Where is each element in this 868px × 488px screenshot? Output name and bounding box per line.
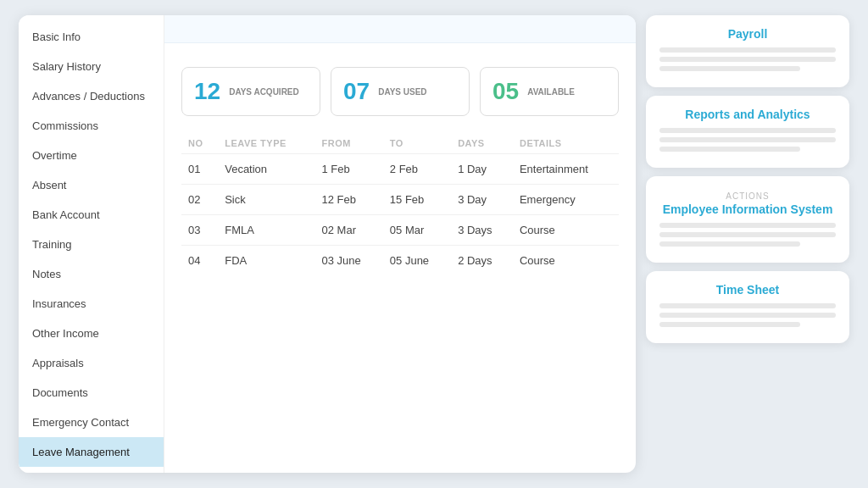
stat-box: 05AVAILABLE (480, 67, 619, 116)
sidebar-item-basic-info[interactable]: Basic Info (19, 22, 164, 52)
sidebar-item-training[interactable]: Training (19, 230, 164, 259)
action-card-line (659, 241, 800, 247)
left-card: Basic InfoSalary HistoryAdvances / Deduc… (19, 15, 636, 473)
leave-stats: 12DAYS ACQUIRED07DAYS USED05AVAILABLE (181, 67, 619, 116)
table-col-header: TO (383, 133, 451, 154)
action-card-time-sheet[interactable]: Time Sheet (646, 271, 849, 343)
action-card-reports-and-analytics[interactable]: Reports and Analytics (646, 96, 849, 168)
stat-number: 07 (343, 78, 370, 105)
table-cell: Emergency (513, 185, 619, 215)
table-header-row: NOLEAVE TYPEFROMTODAYSDETAILS (181, 133, 619, 154)
sidebar-item-leave-management[interactable]: Leave Management (19, 437, 164, 467)
table-cell: Course (513, 246, 619, 276)
main-container: Basic InfoSalary HistoryAdvances / Deduc… (19, 15, 849, 473)
table-cell: FMLA (218, 215, 314, 246)
sidebar-item-bank-account[interactable]: Bank Account (19, 200, 164, 230)
table-cell: Entertainment (513, 154, 619, 185)
table-cell: Sick (218, 185, 314, 215)
action-card-line (659, 128, 836, 133)
sidebar-item-notes[interactable]: Notes (19, 259, 164, 289)
sidebar-item-overtime[interactable]: Overtime (19, 141, 164, 170)
stat-box: 07DAYS USED (331, 67, 470, 116)
action-card-title: Time Sheet (659, 283, 836, 297)
sidebar-item-salary-history[interactable]: Salary History (19, 52, 164, 81)
table-col-header: LEAVE TYPE (218, 133, 314, 154)
action-card-employee-information-system[interactable]: ACTIONSEmployee Information System (646, 176, 849, 263)
table-col-header: DETAILS (513, 133, 619, 154)
stat-label: DAYS ACQUIRED (229, 86, 299, 97)
table-col-header: NO (181, 133, 218, 154)
actions-label: ACTIONS (659, 191, 836, 201)
table-row[interactable]: 03FMLA02 Mar05 Mar3 DaysCourse (181, 215, 619, 246)
table-cell: 03 (181, 215, 218, 246)
action-card-line (659, 223, 836, 228)
table-cell: Vecation (218, 154, 314, 185)
sidebar-item-appraisals[interactable]: Appraisals (19, 348, 164, 378)
action-card-line (659, 57, 836, 62)
sidebar-item-advances--deductions[interactable]: Advances / Deductions (19, 81, 164, 111)
sidebar-item-documents[interactable]: Documents (19, 378, 164, 408)
table-cell: 3 Day (451, 185, 513, 215)
sidebar: Basic InfoSalary HistoryAdvances / Deduc… (19, 15, 164, 473)
action-card-title: Employee Information System (659, 202, 836, 216)
action-card-line (659, 303, 836, 308)
action-card-title: Reports and Analytics (659, 108, 836, 121)
table-col-header: DAYS (451, 133, 513, 154)
sidebar-item-emergency-contact[interactable]: Emergency Contact (19, 408, 164, 437)
stat-label: DAYS USED (378, 86, 426, 97)
action-card-line (659, 47, 836, 53)
table-cell: 02 Mar (315, 215, 383, 246)
table-cell: 05 June (383, 246, 451, 276)
action-card-payroll[interactable]: Payroll (646, 15, 849, 87)
table-cell: 3 Days (451, 215, 513, 246)
action-card-line (659, 322, 800, 327)
sidebar-item-insurances[interactable]: Insurances (19, 289, 164, 319)
action-card-line (659, 66, 800, 71)
table-cell: 04 (181, 246, 218, 276)
table-cell: 05 Mar (383, 215, 451, 246)
sidebar-item-other-income[interactable]: Other Income (19, 319, 164, 348)
table-cell: 1 Feb (315, 154, 383, 185)
table-cell: 12 Feb (315, 185, 383, 215)
content-body: 12DAYS ACQUIRED07DAYS USED05AVAILABLE NO… (164, 43, 636, 473)
table-cell: 02 (181, 185, 218, 215)
action-card-line (659, 313, 836, 318)
right-panel: PayrollReports and AnalyticsACTIONSEmplo… (646, 15, 849, 473)
content-area: 12DAYS ACQUIRED07DAYS USED05AVAILABLE NO… (164, 15, 636, 473)
table-cell: 2 Days (451, 246, 513, 276)
table-cell: 15 Feb (383, 185, 451, 215)
table-body: 01Vecation1 Feb2 Feb1 DayEntertainment02… (181, 154, 619, 276)
table-row[interactable]: 01Vecation1 Feb2 Feb1 DayEntertainment (181, 154, 619, 185)
stat-number: 12 (194, 78, 220, 105)
sidebar-item-absent[interactable]: Absent (19, 170, 164, 200)
action-card-line (659, 147, 800, 152)
sidebar-item-commissions[interactable]: Commissions (19, 111, 164, 141)
table-cell: 1 Day (451, 154, 513, 185)
table-cell: 2 Feb (383, 154, 451, 185)
table-col-header: FROM (315, 133, 383, 154)
action-card-line (659, 137, 836, 142)
table-cell: Course (513, 215, 619, 246)
table-row[interactable]: 04FDA03 June05 June2 DaysCourse (181, 246, 619, 276)
table-cell: 03 June (315, 246, 383, 276)
employee-header (164, 15, 636, 43)
stat-box: 12DAYS ACQUIRED (181, 67, 320, 116)
stat-number: 05 (492, 78, 519, 105)
table-head: NOLEAVE TYPEFROMTODAYSDETAILS (181, 133, 619, 154)
leave-table: NOLEAVE TYPEFROMTODAYSDETAILS 01Vecation… (181, 133, 619, 275)
table-cell: FDA (218, 246, 314, 276)
action-card-line (659, 232, 836, 237)
table-cell: 01 (181, 154, 218, 185)
action-card-title: Payroll (659, 27, 836, 41)
table-row[interactable]: 02Sick12 Feb15 Feb3 DayEmergency (181, 185, 619, 215)
stat-label: AVAILABLE (527, 86, 575, 97)
